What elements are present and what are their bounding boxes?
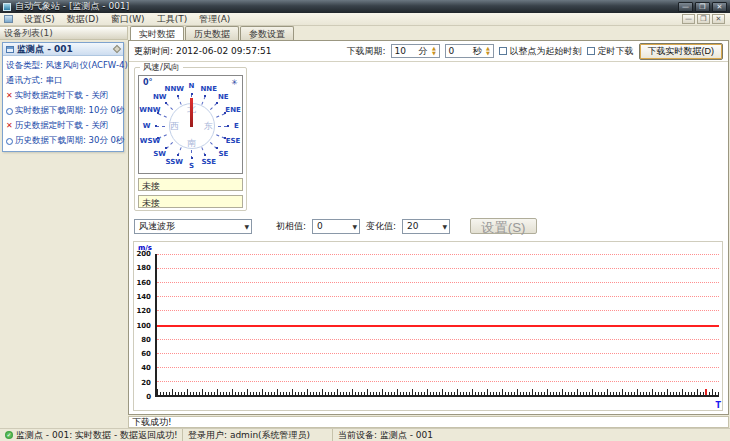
direction-label-N: N xyxy=(189,82,195,90)
menu-item[interactable]: 设置(S) xyxy=(18,12,61,27)
close-button[interactable]: ✕ xyxy=(712,2,727,12)
mdi-minimize-button[interactable]: — xyxy=(682,14,695,24)
wind-compass: 0°✳北南西东NNNENEENEEESESESSESSSWSWWSWWWNWNW… xyxy=(138,75,243,174)
minutes-value[interactable]: 10 xyxy=(395,46,417,56)
change-value-select[interactable]: 20 ▼ xyxy=(402,219,450,234)
tab-实时数据[interactable]: 实时数据 xyxy=(130,26,184,40)
set-button[interactable]: 设置(S) xyxy=(470,218,536,234)
direction-dot xyxy=(165,147,167,149)
y-tick-160: 160 xyxy=(136,279,151,287)
direction-label-ENE: ENE xyxy=(225,106,240,114)
mdi-close-button[interactable]: ✕ xyxy=(712,14,725,24)
minimize-button[interactable]: — xyxy=(678,2,693,12)
y-tick-0: 0 xyxy=(146,393,151,401)
minutes-spinbox[interactable]: 10 分 ▲▼ xyxy=(391,44,440,58)
waveform-select[interactable]: 风速波形 ▼ xyxy=(134,219,252,234)
direction-dot xyxy=(216,147,218,149)
update-time-value: 2012-06-02 09:57:51 xyxy=(176,46,272,56)
direction-dot xyxy=(191,157,193,159)
app-icon xyxy=(3,3,11,11)
direction-dot xyxy=(216,102,218,104)
gridline-40 xyxy=(157,367,719,368)
wind-group-title: 风速/风向 xyxy=(140,62,183,74)
toolbar-row: 更新时间: 2012-06-02 09:57:51 下载周期: 10 分 ▲▼ … xyxy=(129,41,728,62)
pin-icon[interactable] xyxy=(113,45,121,53)
device-info-line: 实时数据下载周期: 10分 0秒 xyxy=(6,105,120,117)
device-info-text: 历史数据下载周期: 30分 0秒 xyxy=(15,135,125,147)
compass-dial: 0°✳北南西东NNNENEENEEESESESSESSSWSWWSWWWNWNW… xyxy=(139,76,242,173)
device-info-line: 通讯方式: 串口 xyxy=(6,75,120,87)
minutes-spinner[interactable]: ▲▼ xyxy=(430,45,439,57)
device-icon xyxy=(6,46,14,53)
clock-icon xyxy=(6,138,13,145)
timed-download-checkbox[interactable]: 定时下载 xyxy=(587,45,634,58)
download-realtime-button[interactable]: 下载实时数据(D) xyxy=(639,43,724,60)
start-on-hour-checkbox[interactable]: 以整点为起始时刻 xyxy=(499,45,582,58)
direction-dot xyxy=(157,137,159,139)
tab-历史数据[interactable]: 历史数据 xyxy=(185,26,239,40)
direction-label-S: S xyxy=(189,162,194,170)
change-value: 20 xyxy=(407,221,418,231)
seconds-unit: 秒 xyxy=(471,45,484,58)
download-status-strip: 下载成功! xyxy=(128,416,729,428)
seconds-value[interactable]: 0 xyxy=(449,46,471,56)
realtime-data-panel: 更新时间: 2012-06-02 09:57:51 下载周期: 10 分 ▲▼ … xyxy=(128,40,729,415)
seconds-spinbox[interactable]: 0 秒 ▲▼ xyxy=(445,44,494,58)
window-controls: —❐✕ xyxy=(678,2,727,12)
y-tick-120: 120 xyxy=(136,307,151,315)
current-device: 当前设备: 监测点 - 001 xyxy=(338,429,433,441)
update-time: 更新时间: 2012-06-02 09:57:51 xyxy=(134,45,272,58)
clock-icon xyxy=(6,108,13,115)
status-message: 监测点 - 001: 实时数据 - 数据返回成功! xyxy=(16,429,178,441)
device-panel[interactable]: 监测点 - 001 设备类型: 风速风向仪(ACFW-4)通讯方式: 串口✕实时… xyxy=(2,42,124,152)
status-message-segment: ✓ 监测点 - 001: 实时数据 - 数据返回成功! xyxy=(0,429,183,441)
direction-label-SSW: SSW xyxy=(166,158,184,166)
direction-label-SSE: SSE xyxy=(201,158,216,166)
direction-dot xyxy=(155,125,157,127)
device-info-text: 历史数据定时下载 - 关闭 xyxy=(15,120,108,132)
menu-item[interactable]: 管理(A) xyxy=(193,12,236,27)
menu-bar: 设置(S)数据(D)窗口(W)工具(T)管理(A) —❐✕ xyxy=(0,13,730,26)
period-label: 下载周期: xyxy=(346,45,385,58)
initial-value-select[interactable]: 0 ▼ xyxy=(312,219,360,234)
checkbox-icon[interactable] xyxy=(587,47,595,55)
device-info-text: 实时数据下载周期: 10分 0秒 xyxy=(15,105,125,117)
menu-item[interactable]: 数据(D) xyxy=(61,12,105,27)
gridline-200 xyxy=(157,254,719,255)
success-icon: ✓ xyxy=(5,431,13,439)
menu-item[interactable]: 工具(T) xyxy=(151,12,194,27)
disabled-icon: ✕ xyxy=(6,92,13,100)
y-tick-80: 80 xyxy=(141,336,151,344)
minutes-unit: 分 xyxy=(417,45,430,58)
menu-item[interactable]: 窗口(W) xyxy=(105,12,151,27)
change-value-label: 变化值: xyxy=(366,220,396,233)
wind-direction-field: 未接 xyxy=(138,195,243,208)
menu-items: 设置(S)数据(D)窗口(W)工具(T)管理(A) xyxy=(18,12,236,27)
direction-label-NNW: NNW xyxy=(165,85,184,93)
seconds-spinner[interactable]: ▲▼ xyxy=(484,45,493,57)
gridline-120 xyxy=(157,310,719,311)
maximize-button[interactable]: ❐ xyxy=(695,2,710,12)
x-axis-end-tick xyxy=(705,389,707,395)
direction-tick xyxy=(177,96,181,105)
checkbox-icon[interactable] xyxy=(499,47,507,55)
gridline-80 xyxy=(157,339,719,340)
direction-dot xyxy=(191,93,193,95)
y-tick-40: 40 xyxy=(141,364,151,372)
mdi-restore-button[interactable]: ❐ xyxy=(697,14,710,24)
chevron-down-icon: ▼ xyxy=(442,223,447,230)
direction-tick xyxy=(201,96,205,105)
y-tick-20: 20 xyxy=(141,379,151,387)
wind-direction-value: 0° xyxy=(143,78,153,87)
cardinal-west: 西 xyxy=(170,119,179,132)
tab-参数设置[interactable]: 参数设置 xyxy=(240,26,294,40)
y-tick-100: 100 xyxy=(136,322,151,330)
initial-value-label: 初相值: xyxy=(276,220,306,233)
status-user-segment: 登录用户: admin(系统管理员) xyxy=(183,429,333,441)
initial-value: 0 xyxy=(317,221,323,231)
device-panel-titlebar[interactable]: 监测点 - 001 xyxy=(3,43,123,56)
direction-dot xyxy=(224,137,226,139)
device-info-text: 通讯方式: 串口 xyxy=(6,75,63,87)
device-info-line: ✕实时数据定时下载 - 关闭 xyxy=(6,90,120,102)
series-风速 xyxy=(157,325,719,327)
